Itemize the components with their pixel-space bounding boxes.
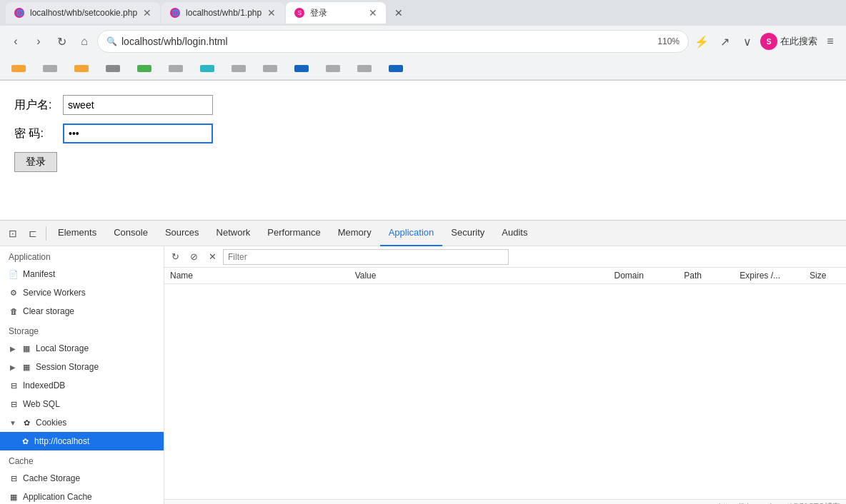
zoom-icon: 🔍 bbox=[106, 36, 117, 46]
tab-close-2[interactable]: ✕ bbox=[267, 7, 276, 19]
sidebar-item-cookies[interactable]: ▼ ✿ Cookies bbox=[0, 413, 164, 432]
clear-cookies-button[interactable]: ✕ bbox=[204, 249, 220, 265]
browser-chrome: 🌐 localhost/whb/setcookie.php ✕ 🌐 localh… bbox=[0, 0, 846, 81]
refresh-cookies-button[interactable]: ↻ bbox=[167, 249, 183, 265]
col-header-expires[interactable]: Expires /... bbox=[734, 268, 804, 284]
address-input[interactable]: 🔍 localhost/whb/login.html 110% bbox=[97, 30, 689, 53]
tab-audits[interactable]: Audits bbox=[493, 221, 536, 246]
col-header-value[interactable]: Value bbox=[349, 268, 609, 284]
session-storage-expand: ▶ bbox=[9, 363, 17, 371]
web-sql-label: Web SQL bbox=[23, 399, 60, 409]
http-localhost-icon: ✿ bbox=[20, 436, 30, 446]
bookmark-4[interactable] bbox=[100, 60, 129, 77]
tab-favicon-1: 🌐 bbox=[14, 8, 24, 18]
login-button[interactable]: 登录 bbox=[14, 152, 57, 172]
local-storage-expand: ▶ bbox=[9, 344, 17, 353]
service-workers-icon: ⚙ bbox=[9, 288, 19, 298]
menu-icon[interactable]: ≡ bbox=[820, 31, 840, 51]
tab-performance[interactable]: Performance bbox=[259, 221, 329, 246]
devtools-sidebar: Application 📄 Manifest ⚙ Service Workers… bbox=[0, 246, 164, 504]
bookmark-5[interactable] bbox=[131, 60, 160, 77]
bookmark-10[interactable] bbox=[289, 60, 317, 77]
username-row: 用户名: bbox=[14, 95, 832, 115]
bookmark-11[interactable] bbox=[320, 60, 349, 77]
sidebar-item-indexeddb[interactable]: ⊟ IndexedDB bbox=[0, 376, 164, 395]
tab-label-2: localhost/whb/1.php bbox=[186, 8, 262, 18]
sidebar-item-application-cache[interactable]: ▦ Application Cache bbox=[0, 488, 164, 504]
bookmark-7[interactable] bbox=[194, 60, 223, 77]
bookmark-1[interactable] bbox=[6, 60, 34, 77]
share-icon[interactable]: ↗ bbox=[715, 31, 735, 51]
tab-memory[interactable]: Memory bbox=[329, 221, 380, 246]
devtools-tabs: ⊡ ⊏ Elements Console Sources Network Per… bbox=[0, 221, 846, 246]
bookmark-6[interactable] bbox=[163, 60, 191, 77]
tab-close-1[interactable]: ✕ bbox=[143, 7, 151, 19]
local-storage-icon: ▦ bbox=[21, 343, 31, 353]
address-text: localhost/whb/login.html bbox=[121, 36, 653, 47]
devtools-panel: ⊡ ⊏ Elements Console Sources Network Per… bbox=[0, 220, 846, 504]
filter-input[interactable] bbox=[223, 249, 509, 265]
forward-button[interactable]: › bbox=[29, 31, 49, 51]
tab-application[interactable]: Application bbox=[380, 221, 443, 246]
more-icon[interactable]: ∨ bbox=[737, 31, 757, 51]
back-button[interactable]: ‹ bbox=[6, 31, 26, 51]
tab-separator bbox=[46, 226, 46, 241]
tab-setcookie[interactable]: 🌐 localhost/whb/setcookie.php ✕ bbox=[6, 2, 160, 24]
local-storage-label: Local Storage bbox=[36, 343, 89, 353]
sidebar-item-web-sql[interactable]: ⊟ Web SQL bbox=[0, 395, 164, 413]
sidebar-item-cache-storage[interactable]: ⊟ Cache Storage bbox=[0, 469, 164, 488]
devtools-main: ↻ ⊘ ✕ Name Value Domain Path Expires /..… bbox=[164, 246, 846, 504]
bookmark-3[interactable] bbox=[69, 60, 97, 77]
footer-url: https://blog.csdn.net/@51CTO博客 bbox=[719, 501, 840, 504]
cookies-label: Cookies bbox=[36, 418, 66, 428]
tab-login[interactable]: S 登录 ✕ bbox=[286, 2, 386, 24]
tab-console[interactable]: Console bbox=[105, 221, 156, 246]
zoom-level: 110% bbox=[657, 36, 680, 46]
home-button[interactable]: ⌂ bbox=[74, 31, 94, 51]
indexeddb-label: IndexedDB bbox=[23, 380, 65, 390]
sidebar-item-http-localhost[interactable]: ✿ http://localhost bbox=[0, 432, 164, 450]
web-sql-icon: ⊟ bbox=[9, 399, 19, 409]
lightning-icon[interactable]: ⚡ bbox=[692, 31, 712, 51]
tab-security[interactable]: Security bbox=[442, 221, 493, 246]
http-localhost-label: http://localhost bbox=[34, 436, 89, 446]
bookmark-13[interactable] bbox=[383, 60, 412, 77]
indexeddb-icon: ⊟ bbox=[9, 380, 19, 390]
block-cookies-button[interactable]: ⊘ bbox=[186, 249, 201, 265]
devtools-body: Application 📄 Manifest ⚙ Service Workers… bbox=[0, 246, 846, 504]
clear-storage-label: Clear storage bbox=[23, 306, 74, 316]
col-header-name[interactable]: Name bbox=[164, 268, 349, 284]
inspect-element-icon[interactable]: ⊡ bbox=[3, 223, 23, 243]
tab-1php[interactable]: 🌐 localhost/whb/1.php ✕ bbox=[161, 2, 284, 24]
col-header-domain[interactable]: Domain bbox=[609, 268, 679, 284]
username-input[interactable] bbox=[63, 95, 213, 115]
search-engine[interactable]: S 在此搜索 bbox=[760, 33, 817, 50]
close-window-button[interactable]: ✕ bbox=[393, 7, 404, 19]
manifest-label: Manifest bbox=[23, 269, 55, 279]
bookmark-9[interactable] bbox=[257, 60, 286, 77]
application-cache-label: Application Cache bbox=[23, 492, 92, 502]
cache-storage-icon: ⊟ bbox=[9, 473, 19, 483]
password-input[interactable] bbox=[63, 124, 213, 143]
col-header-size[interactable]: Size bbox=[804, 268, 846, 284]
page-content: 用户名: 密 码: 登录 bbox=[0, 81, 846, 220]
sidebar-item-session-storage[interactable]: ▶ ▦ Session Storage bbox=[0, 358, 164, 376]
tab-bar: 🌐 localhost/whb/setcookie.php ✕ 🌐 localh… bbox=[0, 0, 846, 26]
tab-elements[interactable]: Elements bbox=[49, 221, 105, 246]
search-engine-icon: S bbox=[760, 33, 777, 50]
reload-button[interactable]: ↻ bbox=[51, 31, 71, 51]
bookmark-2[interactable] bbox=[37, 60, 66, 77]
tab-close-3[interactable]: ✕ bbox=[369, 7, 377, 19]
cookies-table: Name Value Domain Path Expires /... Size bbox=[164, 268, 846, 499]
device-toolbar-icon[interactable]: ⊏ bbox=[23, 223, 43, 243]
sidebar-item-manifest[interactable]: 📄 Manifest bbox=[0, 265, 164, 283]
bookmark-8[interactable] bbox=[226, 60, 254, 77]
tab-sources[interactable]: Sources bbox=[156, 221, 208, 246]
col-header-path[interactable]: Path bbox=[678, 268, 734, 284]
sidebar-item-local-storage[interactable]: ▶ ▦ Local Storage bbox=[0, 339, 164, 358]
bookmark-12[interactable] bbox=[352, 60, 380, 77]
service-workers-label: Service Workers bbox=[23, 288, 86, 298]
sidebar-item-service-workers[interactable]: ⚙ Service Workers bbox=[0, 283, 164, 302]
tab-network[interactable]: Network bbox=[208, 221, 259, 246]
sidebar-item-clear-storage[interactable]: 🗑 Clear storage bbox=[0, 302, 164, 321]
